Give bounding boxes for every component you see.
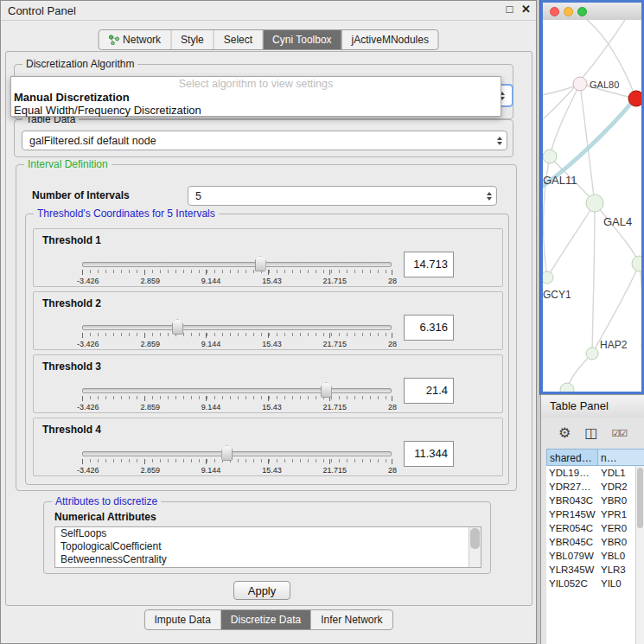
number-of-intervals-label: Number of Intervals — [32, 189, 130, 201]
slider-ticks — [82, 270, 392, 273]
table-data-value: galFiltered.sif default node — [22, 135, 493, 147]
interval-definition-group: Interval Definition Number of Intervals … — [16, 164, 517, 491]
slider-ticks — [82, 459, 392, 462]
list-item[interactable]: TopologicalCoefficient — [55, 540, 481, 553]
threshold-1-slider[interactable]: -3.4262.8599.14415.4321.71528 — [82, 262, 392, 286]
algorithm-dropdown-popup: Select algorithm to view settings Manual… — [10, 76, 501, 117]
table-row[interactable]: YIL052CYIL0 — [546, 577, 644, 590]
list-item[interactable]: SelfLoops — [55, 527, 481, 540]
network-node[interactable] — [560, 383, 574, 392]
network-node[interactable] — [586, 194, 603, 212]
threshold-4-value-field[interactable]: 11.344 — [404, 441, 454, 467]
node-label: GAL11 — [543, 174, 577, 187]
threshold-2-value-field[interactable]: 6.316 — [404, 315, 454, 341]
node-label: HAP2 — [600, 339, 628, 351]
threshold-2-slider[interactable]: -3.4262.8599.14415.4321.71528 — [82, 325, 392, 349]
tab-style[interactable]: Style — [171, 30, 214, 49]
slider-thumb[interactable] — [221, 445, 233, 461]
tab-discretize-data[interactable]: Discretize Data — [221, 610, 311, 629]
node-label: GAL4 — [603, 215, 632, 228]
show-columns-icon[interactable]: ◫ — [584, 426, 597, 440]
node-label: GAL80 — [590, 80, 619, 90]
table-row[interactable]: YPR145WYPR1 — [546, 507, 644, 521]
threshold-3-slider[interactable]: -3.4262.8599.14415.4321.71528 — [82, 388, 392, 412]
slider-scale-labels: -3.4262.8599.14415.4321.71528 — [77, 466, 397, 475]
threshold-4-slider[interactable]: -3.4262.8599.14415.4321.71528 — [82, 451, 392, 475]
table-row[interactable]: YDL19…YDL1 — [546, 466, 644, 480]
float-window-icon[interactable]: □ — [507, 3, 513, 16]
slider-thumb[interactable] — [255, 256, 266, 271]
slider-track[interactable] — [82, 325, 392, 330]
threshold-1-value-field[interactable]: 14.713 — [404, 252, 454, 277]
table-row[interactable]: YDR27…YDR2 — [546, 480, 644, 494]
slider-track[interactable] — [82, 262, 392, 267]
zoom-traffic-light-icon[interactable] — [577, 7, 587, 16]
table-row[interactable]: YBR045CYBR0 — [546, 535, 644, 549]
tab-jactivemnodules[interactable]: jActiveMNodules — [342, 30, 438, 49]
network-canvas[interactable]: GAL80 GAL11 GAL4 GCY1 HAP2 — [543, 20, 641, 392]
network-node[interactable] — [543, 150, 557, 163]
number-of-intervals-combobox[interactable]: 5 — [188, 186, 497, 206]
attributes-group: Attributes to discretize Numerical Attri… — [43, 501, 491, 574]
table-row[interactable]: YER054CYER0 — [546, 521, 644, 535]
network-node[interactable] — [632, 256, 641, 271]
window-title: Control Panel — [8, 4, 76, 17]
table-row[interactable]: YBR043CYBR0 — [546, 494, 644, 507]
threshold-4-panel: Threshold 4 -3.4262.8599.14415.4321.7152… — [33, 418, 503, 476]
combobox-arrows-icon — [493, 134, 507, 148]
number-of-intervals-value: 5 — [188, 190, 482, 202]
table-data-group: Table Data galFiltered.sif default node — [14, 119, 513, 157]
tab-label: jActiveMNodules — [352, 34, 429, 46]
tab-select[interactable]: Select — [214, 30, 263, 49]
slider-thumb[interactable] — [172, 319, 183, 335]
settings-gear-icon[interactable]: ⚙ — [558, 426, 571, 440]
close-traffic-light-icon[interactable] — [550, 7, 559, 16]
app-root: Control Panel □ ✕ Network Style Select C… — [0, 0, 644, 644]
apply-button[interactable]: Apply — [233, 581, 290, 600]
table-panel-title: Table Panel — [550, 399, 609, 412]
column-header-name[interactable]: n… — [598, 449, 644, 466]
tab-network[interactable]: Network — [99, 30, 171, 49]
close-icon[interactable]: ✕ — [521, 3, 531, 16]
slider-track[interactable] — [82, 451, 392, 456]
node-label: GCY1 — [543, 289, 571, 301]
column-header-shared-name[interactable]: shared… — [546, 449, 598, 466]
thresholds-group: Threshold's Coordinates for 5 Intervals … — [25, 214, 509, 485]
tab-label: Network — [123, 34, 161, 46]
table-row[interactable]: YBL079WYBL0 — [546, 549, 644, 563]
network-node[interactable] — [573, 77, 587, 91]
bottom-tabs: Impute Data Discretize Data Infer Networ… — [143, 609, 392, 630]
table-row[interactable]: YLR345WYLR3 — [546, 563, 644, 577]
network-icon — [108, 35, 119, 45]
network-node-selected[interactable] — [628, 91, 641, 106]
list-item[interactable]: BetweennessCentrality — [55, 553, 481, 566]
threshold-label: Threshold 1 — [42, 234, 101, 246]
numerical-attributes-list[interactable]: SelfLoops TopologicalCoefficient Between… — [54, 526, 481, 568]
control-panel-tabs: Network Style Select Cyni Toolbox jActiv… — [98, 29, 439, 50]
slider-scale-labels: -3.4262.8599.14415.4321.71528 — [77, 340, 397, 348]
tab-infer-network[interactable]: Infer Network — [311, 610, 392, 629]
slider-ticks — [82, 396, 392, 399]
group-title-thresholds: Threshold's Coordinates for 5 Intervals — [34, 207, 219, 220]
list-scrollbar[interactable] — [469, 527, 481, 567]
threshold-label: Threshold 4 — [42, 424, 101, 436]
dropdown-option-equal-width[interactable]: Equal Width/Frequency Discretization — [11, 104, 501, 117]
node-attribute-table: shared… n… YDL19…YDL1 YDR27…YDR2 YBR043C… — [546, 449, 644, 644]
dropdown-option-manual-discretization[interactable]: Manual Discretization — [11, 91, 501, 104]
combobox-arrows-icon — [482, 189, 496, 203]
tab-label: Select — [224, 34, 252, 46]
select-columns-icon[interactable]: ☑☑ — [611, 426, 627, 440]
network-node[interactable] — [586, 348, 598, 360]
network-node[interactable] — [543, 271, 553, 284]
table-data-combobox[interactable]: galFiltered.sif default node — [22, 131, 507, 150]
threshold-3-value-field[interactable]: 21.4 — [404, 378, 454, 404]
scrollbar-thumb[interactable] — [637, 468, 643, 528]
scrollbar-thumb[interactable] — [470, 528, 480, 549]
network-view-window: GAL80 GAL11 GAL4 GCY1 HAP2 — [540, 0, 644, 394]
slider-track[interactable] — [82, 388, 392, 393]
tab-impute-data[interactable]: Impute Data — [144, 610, 220, 629]
tab-cyni-toolbox[interactable]: Cyni Toolbox — [263, 30, 341, 49]
minimize-traffic-light-icon[interactable] — [564, 7, 573, 16]
slider-thumb[interactable] — [321, 382, 332, 398]
table-scrollbar[interactable] — [635, 466, 644, 644]
